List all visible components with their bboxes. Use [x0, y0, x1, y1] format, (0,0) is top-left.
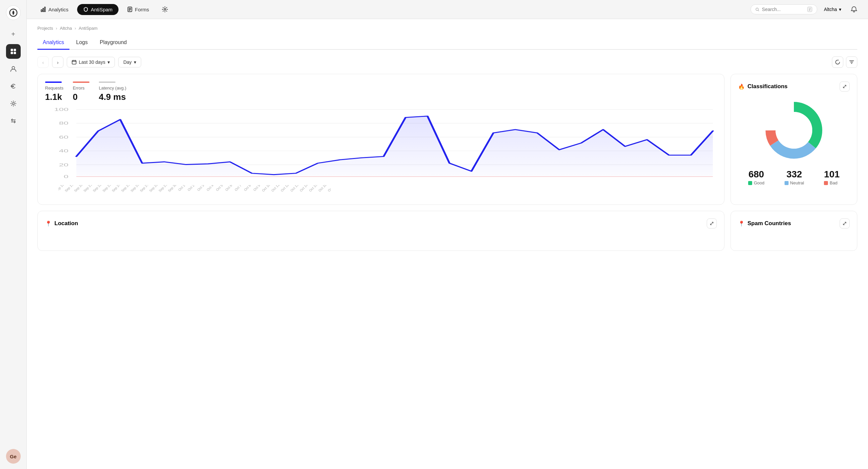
x-label: Oct 6 — [224, 185, 233, 192]
toolbar-right — [832, 56, 857, 68]
location-pin-icon: 📍 — [45, 221, 52, 227]
svg-text:60: 60 — [59, 135, 69, 140]
chart-area: 100 80 60 40 20 0 — [45, 106, 717, 184]
x-label: Oct 3 — [196, 185, 205, 192]
x-label: Sep 28 — [149, 185, 159, 193]
x-label: Sep 30 — [167, 185, 177, 193]
svg-rect-7 — [41, 10, 42, 12]
x-label: Oct 8 — [243, 185, 252, 192]
spam-countries-header: 📍 Spam Countries — [738, 218, 850, 229]
sidebar-icon-user[interactable] — [6, 61, 21, 76]
svg-point-5 — [12, 66, 15, 69]
svg-point-11 — [164, 9, 165, 10]
breadcrumb-altcha[interactable]: Altcha — [60, 26, 72, 31]
sidebar-icon-add[interactable]: + — [6, 27, 21, 41]
tab-logs[interactable]: Logs — [71, 36, 93, 50]
svg-text:100: 100 — [54, 107, 68, 112]
fire-icon: 🔥 — [738, 84, 745, 90]
svg-text:0: 0 — [64, 174, 68, 179]
sidebar-icon-euro[interactable] — [6, 79, 21, 93]
dot-neutral — [784, 181, 788, 185]
svg-text:80: 80 — [59, 121, 69, 126]
svg-rect-1 — [11, 49, 13, 51]
svg-rect-3 — [11, 52, 13, 54]
location-expand[interactable] — [707, 218, 717, 229]
x-label: Oct 4 — [206, 185, 214, 192]
x-label: Oct 9 — [253, 185, 261, 192]
notification-bell[interactable] — [848, 3, 860, 16]
x-label: Oct 12 — [280, 185, 290, 193]
user-menu-button[interactable]: Altcha ▾ — [820, 5, 845, 14]
x-label: Sep 26 — [130, 185, 140, 193]
x-label: Sep 21 — [83, 185, 93, 193]
granularity-dropdown[interactable]: Day ▾ — [118, 57, 141, 67]
sidebar-icon-transfer[interactable] — [6, 114, 21, 128]
x-label: Oct 15 — [308, 185, 318, 193]
svg-text:20: 20 — [59, 163, 69, 167]
x-label: Sep 27 — [139, 185, 149, 193]
dot-bad — [824, 181, 828, 185]
donut-container — [738, 97, 850, 164]
x-label: Sep 29 — [158, 185, 168, 193]
app-logo[interactable] — [6, 5, 21, 20]
next-button[interactable]: › — [52, 56, 63, 68]
sidebar-icon-gear[interactable] — [6, 96, 21, 111]
breadcrumb-projects[interactable]: Projects — [37, 26, 53, 31]
user-avatar[interactable]: Ge — [6, 449, 21, 464]
svg-rect-13 — [72, 60, 76, 64]
tab-analytics[interactable]: Analytics — [37, 36, 69, 50]
x-label: Oct 14 — [299, 185, 308, 193]
location-header: 📍 Location — [45, 218, 717, 229]
stats-row: 680 Good 332 Neutral 1 — [738, 169, 850, 185]
stat-bad: 101 Bad — [824, 169, 840, 185]
location-card: 📍 Location — [37, 211, 724, 251]
main-area: Analytics AntiSpam Forms — [27, 0, 868, 469]
x-label: Sep 20 — [73, 185, 84, 193]
x-label: Oct 2 — [187, 185, 195, 192]
x-label: Oct 17 — [327, 185, 331, 193]
x-label: Oct 11 — [271, 185, 280, 193]
svg-rect-8 — [43, 8, 44, 12]
legend-line-latency — [99, 82, 116, 83]
classifications-expand[interactable] — [840, 82, 850, 91]
breadcrumb-antispam[interactable]: AntiSpam — [79, 26, 97, 31]
x-label: Oct 10 — [261, 185, 271, 193]
prev-button[interactable]: ‹ — [37, 56, 49, 68]
search-input[interactable] — [762, 7, 805, 12]
search-shortcut: / — [807, 7, 812, 12]
refresh-button[interactable] — [832, 56, 843, 68]
x-label: Oct 1 — [178, 185, 186, 192]
search-box[interactable]: / — [750, 4, 817, 14]
spam-countries-expand[interactable] — [840, 218, 850, 229]
legend-line-requests — [45, 82, 62, 83]
x-label: Oct 5 — [215, 185, 223, 192]
x-axis: Sep 18Sep 19Sep 20Sep 21Sep 22Sep 23Sep … — [58, 185, 331, 197]
nav-tab-analytics[interactable]: Analytics — [35, 4, 74, 15]
nav-tab-settings[interactable] — [158, 4, 172, 15]
charts-row: Requests 1.1k Errors 0 Latency (avg.) 4.… — [37, 74, 857, 205]
classifications-title: Classifications — [747, 83, 837, 90]
bottom-row: 📍 Location 📍 Spam Countries — [37, 211, 857, 251]
svg-rect-2 — [14, 49, 16, 51]
page-content: Projects › Altcha › AntiSpam Analytics L… — [27, 19, 868, 469]
x-label: Oct 16 — [317, 185, 327, 193]
donut-chart-svg — [761, 97, 827, 164]
stat-neutral: 332 Neutral — [784, 169, 804, 185]
svg-point-6 — [12, 102, 14, 105]
tab-playground[interactable]: Playground — [94, 36, 132, 50]
chart-legend: Requests 1.1k Errors 0 Latency (avg.) 4.… — [45, 82, 717, 102]
nav-tab-forms[interactable]: Forms — [121, 4, 155, 15]
legend-latency: Latency (avg.) 4.9 ms — [99, 82, 126, 102]
sidebar: + Ge — [0, 0, 27, 469]
sidebar-icon-grid[interactable] — [6, 44, 21, 59]
x-label: Sep 18 — [58, 185, 65, 193]
x-label: Sep 24 — [111, 185, 121, 193]
legend-errors: Errors 0 — [73, 82, 90, 102]
x-label: Sep 22 — [92, 185, 102, 193]
legend-line-errors — [73, 82, 90, 83]
svg-rect-9 — [44, 7, 45, 12]
x-label: Sep 19 — [64, 185, 74, 193]
nav-tab-antispam[interactable]: AntiSpam — [77, 4, 119, 15]
date-range-dropdown[interactable]: Last 30 days ▾ — [67, 57, 115, 67]
filter-button[interactable] — [846, 56, 857, 68]
